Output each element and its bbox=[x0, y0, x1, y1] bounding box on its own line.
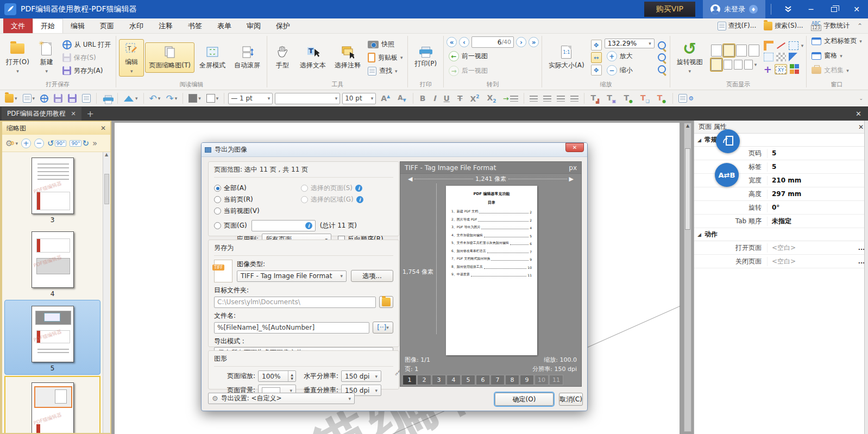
menu-tab-page[interactable]: 页面 bbox=[92, 18, 122, 33]
document-vertical-scrollbar[interactable]: ▲ bbox=[684, 123, 691, 432]
single-page-icon[interactable] bbox=[711, 45, 722, 56]
zoom-level-select[interactable]: 132.29%▾ bbox=[605, 39, 655, 48]
options-button[interactable]: 选项... bbox=[351, 270, 393, 282]
rotate-view-button[interactable]: ↺ 旋转视图▾ bbox=[673, 39, 707, 77]
tab-bar-close-button[interactable]: ✕ bbox=[849, 107, 868, 121]
fit-visible-button[interactable]: ✥ bbox=[591, 65, 602, 76]
menu-tab-form[interactable]: 表单 bbox=[210, 18, 239, 33]
menu-tab-protect[interactable]: 保护 bbox=[268, 18, 298, 33]
superscript-button[interactable]: X2 bbox=[468, 93, 482, 104]
document-scrollbar-thumb[interactable] bbox=[685, 148, 690, 230]
macro-button[interactable]: [··]▾ bbox=[373, 322, 393, 334]
justify-button[interactable] bbox=[569, 95, 580, 103]
find-button[interactable]: 查找(F)... bbox=[718, 21, 757, 30]
marquee-zoom-icon[interactable] bbox=[657, 53, 667, 62]
thumbnail-scrollbar[interactable]: ▲ bbox=[103, 152, 110, 433]
document-tabs-button[interactable]: 文档标签页▾ bbox=[809, 35, 864, 47]
color-mode-icon[interactable] bbox=[789, 53, 797, 61]
filename-input[interactable] bbox=[214, 322, 369, 334]
thumbnail-page-6[interactable]: PDF猫编辑器 6 bbox=[4, 376, 100, 433]
strikethrough-button[interactable]: T bbox=[455, 93, 466, 103]
dialog-title-bar[interactable]: 导出为图像 ✕ bbox=[202, 143, 587, 157]
zoom-out-button[interactable]: −缩小 bbox=[605, 64, 635, 77]
thumbnail-scrollbar-thumb[interactable] bbox=[104, 174, 109, 204]
fit-page-button[interactable]: ✥ bbox=[591, 40, 602, 51]
section-actions[interactable]: ◢ 动作 bbox=[694, 228, 868, 241]
last-page-button[interactable]: » bbox=[529, 37, 539, 47]
line-width-select[interactable]: — 1 pt▾ bbox=[228, 93, 273, 104]
rotate-cw-button[interactable]: 90°↻ bbox=[70, 139, 89, 148]
thumbnail-zoom-in-button[interactable]: + bbox=[21, 139, 31, 148]
next-view-button[interactable]: → 后一视图 bbox=[446, 65, 490, 77]
bold-button[interactable]: B bbox=[417, 93, 429, 103]
spread-view-icon[interactable] bbox=[744, 60, 753, 70]
radio-selected-area[interactable]: 选择的区域(G)i bbox=[301, 195, 363, 204]
thumbnail-more-button[interactable]: » bbox=[92, 139, 97, 148]
panel-scrollbar[interactable] bbox=[864, 121, 868, 434]
select-annotation-button[interactable]: 选择注释 bbox=[331, 42, 364, 73]
snap-icon[interactable] bbox=[764, 53, 773, 61]
qt-revert-button[interactable] bbox=[80, 93, 92, 104]
save-button[interactable]: 保存(S) bbox=[60, 52, 113, 64]
document-set-button[interactable]: 文档集▾ bbox=[809, 65, 851, 76]
restore-button[interactable] bbox=[822, 0, 845, 18]
measure-icon[interactable] bbox=[776, 41, 786, 51]
preview-page-cell[interactable]: 5 bbox=[461, 375, 475, 385]
hand-tool-button[interactable]: 手型 bbox=[270, 42, 295, 73]
fit-width-button[interactable]: ↔ bbox=[591, 52, 602, 63]
menu-tab-home[interactable]: 开始 bbox=[33, 18, 63, 33]
new-button[interactable]: ✳ 新建▾ bbox=[34, 39, 59, 77]
previous-view-button[interactable]: ← 前一视图 bbox=[446, 50, 490, 62]
copy-text-format-button[interactable]: T▟ bbox=[588, 93, 602, 104]
preview-page-cell[interactable]: 8 bbox=[505, 375, 519, 385]
thumbnail-options-button[interactable]: ⚙⚙▾ bbox=[5, 139, 18, 148]
color-swatches-icon[interactable] bbox=[790, 64, 800, 74]
document-tab[interactable]: PDF编辑器使用教程 ✕ bbox=[2, 107, 81, 121]
menu-tab-edit[interactable]: 编辑 bbox=[63, 18, 92, 33]
first-page-button[interactable]: « bbox=[446, 37, 457, 47]
print-button[interactable]: 打印(P) bbox=[411, 44, 441, 71]
split-view-icon[interactable] bbox=[734, 60, 743, 70]
page-range-input[interactable]: i bbox=[251, 220, 316, 231]
two-page-icon[interactable] bbox=[736, 45, 747, 56]
edit-button[interactable]: T 编辑▾ bbox=[119, 39, 144, 77]
document-tab-close-icon[interactable]: ✕ bbox=[71, 110, 76, 117]
qt-fill-color-button[interactable]: ▾ bbox=[187, 93, 203, 104]
menu-tab-watermark[interactable]: 水印 bbox=[122, 18, 151, 33]
menu-tab-bookmark[interactable]: 书签 bbox=[180, 18, 210, 33]
page-zoom-spinner[interactable]: 100%▲▼ bbox=[258, 370, 296, 382]
crosshair-icon[interactable]: + bbox=[764, 64, 772, 75]
zoom-in-button[interactable]: +放大 bbox=[605, 50, 635, 62]
radio-all-pages[interactable]: 全部(A) bbox=[214, 184, 301, 193]
qt-undo-button[interactable]: ↶▾ bbox=[148, 92, 162, 105]
two-page-continuous-icon[interactable] bbox=[749, 45, 759, 56]
cancel-button[interactable]: 取消(C) bbox=[559, 393, 583, 406]
save-text-format-button[interactable]: T▣ bbox=[604, 93, 619, 104]
italic-button[interactable]: I bbox=[430, 93, 438, 103]
qt-save-button[interactable] bbox=[52, 93, 64, 104]
radio-selected-pages[interactable]: 选择的页面(S)i bbox=[301, 184, 363, 193]
login-button[interactable]: 未登录 ♦ bbox=[703, 0, 765, 18]
radio-current-view[interactable]: 当前视图(V) bbox=[214, 206, 301, 216]
preview-page-cell[interactable]: 2 bbox=[417, 375, 431, 385]
page-transition-icon[interactable] bbox=[724, 60, 732, 70]
magnify-plus-icon[interactable] bbox=[657, 41, 667, 51]
preview-page-cell[interactable]: 11 bbox=[549, 375, 563, 385]
apply-text-format-button[interactable]: T● bbox=[621, 93, 636, 104]
export-settings-select[interactable]: ⚙导出设置: <自定义> ▾ bbox=[208, 393, 355, 404]
word-count-button[interactable]: ABC123 字数统计 bbox=[811, 21, 850, 30]
qt-redo-button[interactable]: ↷▾ bbox=[164, 92, 179, 105]
minimize-button[interactable]: ─ bbox=[800, 0, 822, 18]
decrease-font-button[interactable]: A▼ bbox=[395, 93, 408, 103]
indent-button[interactable]: → bbox=[501, 93, 520, 104]
loupe-icon[interactable] bbox=[657, 65, 667, 74]
thumbnail-page-3[interactable]: PDF猫编辑器 3 bbox=[2, 152, 103, 226]
subscript-button[interactable]: X2 bbox=[485, 93, 499, 104]
thumbnail-zoom-out-button[interactable]: − bbox=[34, 139, 44, 148]
search-button[interactable]: 搜索(S)... bbox=[764, 21, 803, 30]
browse-folder-button[interactable] bbox=[379, 296, 393, 308]
find-tool-button[interactable]: 查找▾ bbox=[366, 65, 405, 77]
fit-width-continuous-icon[interactable] bbox=[711, 59, 722, 71]
next-page-button[interactable]: › bbox=[516, 37, 526, 47]
fullscreen-button[interactable]: 全屏模式 bbox=[196, 42, 229, 73]
